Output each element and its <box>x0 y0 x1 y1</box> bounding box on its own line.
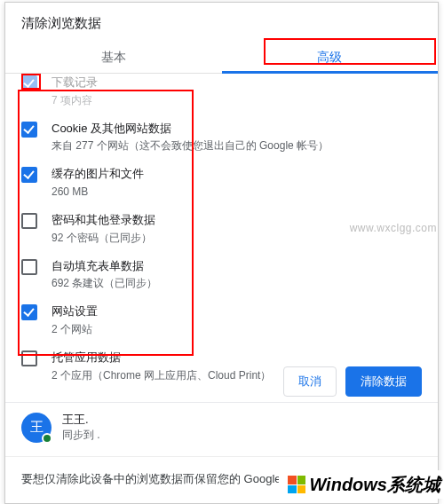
user-name: 王王. <box>62 412 100 428</box>
cancel-button[interactable]: 取消 <box>283 366 337 397</box>
checkbox-hosted-apps[interactable] <box>21 350 37 366</box>
clear-data-button[interactable]: 清除数据 <box>345 366 422 397</box>
dialog-title: 清除浏览数据 <box>5 3 438 41</box>
tab-bar: 基本 高级 <box>5 41 438 74</box>
checkbox-downloads[interactable] <box>21 75 37 91</box>
checkbox-cookies[interactable] <box>21 122 37 138</box>
watermark-text: Windows系统城 <box>309 476 440 493</box>
checkbox-autofill[interactable] <box>21 259 37 275</box>
option-text: 下载记录 7 项内容 <box>52 74 422 109</box>
avatar-letter: 王 <box>30 419 44 436</box>
checkbox-cache[interactable] <box>21 167 37 183</box>
option-cookies: Cookie 及其他网站数据 来自 277 个网站（这不会致使您退出自己的 Go… <box>5 113 438 159</box>
option-title: 自动填充表单数据 <box>52 257 422 275</box>
checkbox-passwords[interactable] <box>21 213 37 229</box>
tab-advanced[interactable]: 高级 <box>222 41 439 73</box>
user-sync: 同步到 . <box>62 428 100 443</box>
option-sub: 692 条建议（已同步） <box>52 275 422 292</box>
option-site-settings: 网站设置 2 个网站 <box>5 295 438 342</box>
option-title: 网站设置 <box>52 303 422 320</box>
option-title: Cookie 及其他网站数据 <box>52 120 422 138</box>
option-cache: 缓存的图片和文件 260 MB <box>5 158 438 204</box>
checkbox-site-settings[interactable] <box>21 304 37 320</box>
option-downloads: 下载记录 7 项内容 <box>5 74 438 113</box>
option-text: Cookie 及其他网站数据 来自 277 个网站（这不会致使您退出自己的 Go… <box>52 120 422 155</box>
avatar: 王 <box>21 413 52 443</box>
signed-in-user: 王 王王. 同步到 . <box>5 402 438 452</box>
option-sub: 来自 277 个网站（这不会致使您退出自己的 Google 帐号） <box>52 138 422 154</box>
options-list: 下载记录 7 项内容 Cookie 及其他网站数据 来自 277 个网站（这不会… <box>5 74 438 400</box>
option-title: 托管应用数据 <box>52 349 422 366</box>
option-title: 下载记录 <box>52 74 422 91</box>
option-sub: 2 个网站 <box>52 321 422 338</box>
dialog-actions: 取消 清除数据 <box>283 366 422 397</box>
option-text: 网站设置 2 个网站 <box>52 303 422 338</box>
option-sub: 260 MB <box>52 184 422 201</box>
watermark: Windows系统城 <box>279 470 444 499</box>
tab-basic[interactable]: 基本 <box>5 41 222 73</box>
clear-browsing-data-dialog: 清除浏览数据 基本 高级 下载记录 7 项内容 Cookie 及其他网站数据 来… <box>4 2 439 504</box>
sync-badge-icon <box>42 433 52 444</box>
option-autofill: 自动填充表单数据 692 条建议（已同步） <box>5 250 438 296</box>
option-title: 缓存的图片和文件 <box>52 165 422 183</box>
option-sub: 7 项内容 <box>52 92 422 109</box>
user-text: 王王. 同步到 . <box>62 412 100 443</box>
option-text: 自动填充表单数据 692 条建议（已同步） <box>52 257 422 293</box>
watermark-url: www.wxclgg.com <box>350 222 437 234</box>
option-text: 缓存的图片和文件 260 MB <box>52 165 422 201</box>
windows-logo-icon <box>288 476 305 493</box>
